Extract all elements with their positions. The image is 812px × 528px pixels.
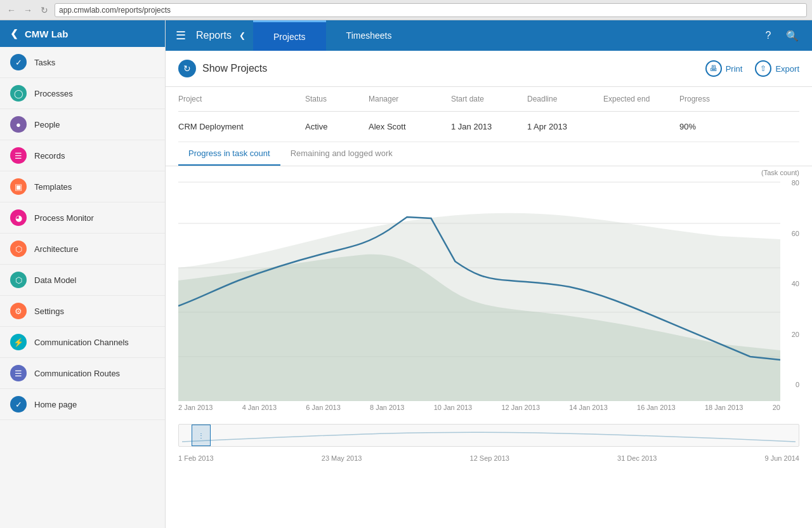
cell-start-date: 1 Jan 2013	[451, 119, 527, 134]
templates-icon: ▣	[10, 178, 27, 195]
sidebar-item-data-model[interactable]: ⬡ Data Model	[0, 265, 165, 296]
tab-progress-task-count[interactable]: Progress in task count	[178, 142, 280, 166]
sidebar: ❮ CMW Lab ✓ Tasks ◯ Processes ● People ☰…	[0, 20, 166, 528]
back-button[interactable]: ←	[5, 4, 18, 16]
main-content: ☰ Reports ❮ Projects Timesheets ? 🔍	[166, 20, 812, 528]
x-label-2: 6 Jan 2013	[306, 404, 340, 411]
app-container: ❮ CMW Lab ✓ Tasks ◯ Processes ● People ☰…	[0, 20, 812, 528]
sidebar-label-settings: Settings	[34, 307, 64, 316]
cell-status: Active	[305, 119, 369, 134]
timeline-label-1: 23 May 2013	[322, 454, 362, 462]
tasks-icon: ✓	[10, 54, 27, 70]
export-button[interactable]: ⇧ Export	[755, 60, 799, 77]
sidebar-label-people: People	[34, 120, 60, 129]
sidebar-label-processes: Processes	[34, 89, 73, 98]
mini-timeline-svg	[182, 426, 796, 445]
sidebar-item-tasks[interactable]: ✓ Tasks	[0, 47, 165, 78]
sidebar-label-comm-channels: Communication Channels	[34, 338, 129, 347]
help-button[interactable]: ?	[759, 26, 778, 45]
home-page-icon: ✓	[10, 396, 27, 412]
x-label-7: 16 Jan 2013	[637, 404, 676, 411]
x-axis-labels: 2 Jan 2013 4 Jan 2013 6 Jan 2013 8 Jan 2…	[178, 401, 780, 411]
export-icon: ⇧	[755, 60, 771, 77]
tab-projects[interactable]: Projects	[253, 20, 326, 51]
forward-button[interactable]: →	[22, 4, 34, 16]
show-projects-refresh-icon[interactable]: ↻	[178, 60, 196, 77]
comm-routes-icon: ☰	[10, 365, 27, 381]
mini-timeline: ⋮	[178, 424, 799, 447]
browser-bar: ← → ↻	[0, 0, 812, 20]
x-label-0: 2 Jan 2013	[178, 404, 213, 411]
y-label-80: 80	[783, 179, 799, 187]
show-projects-left: ↻ Show Projects	[178, 60, 267, 77]
x-label-8: 18 Jan 2013	[705, 404, 743, 411]
tab-timesheets[interactable]: Timesheets	[326, 20, 412, 51]
sidebar-header[interactable]: ❮ CMW Lab	[0, 20, 165, 47]
y-label-0: 0	[783, 381, 799, 388]
sidebar-item-process-monitor[interactable]: ◕ Process Monitor	[0, 202, 165, 234]
timeline-label-2: 12 Sep 2013	[470, 454, 509, 462]
sidebar-item-processes[interactable]: ◯ Processes	[0, 78, 165, 109]
address-bar[interactable]	[55, 3, 807, 17]
sidebar-item-communication-routes[interactable]: ☰ Communication Routes	[0, 358, 165, 389]
cell-expected-end	[603, 119, 679, 134]
x-label-5: 12 Jan 2013	[501, 404, 540, 411]
y-label-40: 40	[783, 280, 799, 287]
cell-deadline: 1 Apr 2013	[527, 119, 603, 134]
table-row[interactable]: CRM Deployment Active Alex Scott 1 Jan 2…	[178, 112, 799, 142]
col-header-progress: Progress	[679, 92, 730, 106]
sidebar-item-settings[interactable]: ⚙ Settings	[0, 296, 165, 327]
sidebar-item-templates[interactable]: ▣ Templates	[0, 171, 165, 202]
sidebar-item-people[interactable]: ● People	[0, 109, 165, 140]
x-label-4: 10 Jan 2013	[434, 404, 473, 411]
cell-manager: Alex Scott	[369, 119, 451, 134]
show-projects-bar: ↻ Show Projects 🖶 Print ⇧ Export	[166, 51, 812, 87]
data-model-icon: ⬡	[10, 272, 27, 288]
people-icon: ●	[10, 116, 27, 133]
print-button[interactable]: 🖶 Print	[705, 60, 743, 77]
col-header-status: Status	[305, 92, 369, 106]
chart-svg	[178, 179, 780, 401]
cell-progress: 90%	[679, 119, 730, 134]
timeline-label-3: 31 Dec 2013	[617, 454, 657, 462]
sidebar-item-communication-channels[interactable]: ⚡ Communication Channels	[0, 327, 165, 358]
sidebar-label-templates: Templates	[34, 182, 72, 192]
x-label-3: 8 Jan 2013	[370, 404, 404, 411]
col-header-expected-end: Expected end	[603, 92, 679, 106]
project-table: Project Status Manager Start date Deadli…	[166, 87, 812, 142]
sidebar-item-architecture[interactable]: ⬡ Architecture	[0, 234, 165, 265]
top-nav: ☰ Reports ❮ Projects Timesheets ? 🔍	[166, 20, 812, 51]
top-nav-tabs: Projects Timesheets	[253, 20, 749, 51]
hamburger-icon[interactable]: ☰	[173, 26, 188, 45]
chart-tabs: Progress in task count Remaining and log…	[166, 142, 812, 166]
x-label-6: 14 Jan 2013	[569, 404, 608, 411]
settings-icon: ⚙	[10, 303, 27, 319]
timeline-label-4: 9 Jun 2014	[765, 454, 799, 462]
print-icon: 🖶	[705, 60, 722, 77]
tab-remaining-logged[interactable]: Remaining and logged work	[280, 142, 403, 166]
sidebar-item-home-page[interactable]: ✓ Home page	[0, 389, 165, 420]
sidebar-label-records: Records	[34, 151, 65, 161]
top-nav-right: ? 🔍	[749, 26, 812, 45]
processes-icon: ◯	[10, 85, 27, 102]
search-button[interactable]: 🔍	[783, 26, 802, 45]
cell-project-name: CRM Deployment	[178, 119, 305, 134]
sidebar-item-records[interactable]: ☰ Records	[0, 140, 165, 171]
x-label-1: 4 Jan 2013	[242, 404, 277, 411]
sidebar-label-architecture: Architecture	[34, 244, 78, 254]
chart-area: (Task count)	[166, 166, 812, 418]
content-area: ↻ Show Projects 🖶 Print ⇧ Export	[166, 51, 812, 528]
col-header-deadline: Deadline	[527, 92, 603, 106]
timeline-label-0: 1 Feb 2013	[178, 454, 214, 462]
top-nav-left: ☰ Reports ❮	[166, 26, 253, 45]
show-projects-right: 🖶 Print ⇧ Export	[705, 60, 799, 77]
sidebar-label-process-monitor: Process Monitor	[34, 213, 94, 223]
col-header-manager: Manager	[369, 92, 451, 106]
sidebar-label-data-model: Data Model	[34, 275, 76, 285]
process-monitor-icon: ◕	[10, 209, 27, 226]
table-header-row: Project Status Manager Start date Deadli…	[178, 87, 799, 112]
timeline-handle[interactable]: ⋮	[192, 425, 211, 446]
reports-label[interactable]: Reports	[191, 30, 237, 41]
col-header-start-date: Start date	[451, 92, 527, 106]
refresh-button[interactable]: ↻	[38, 4, 51, 16]
